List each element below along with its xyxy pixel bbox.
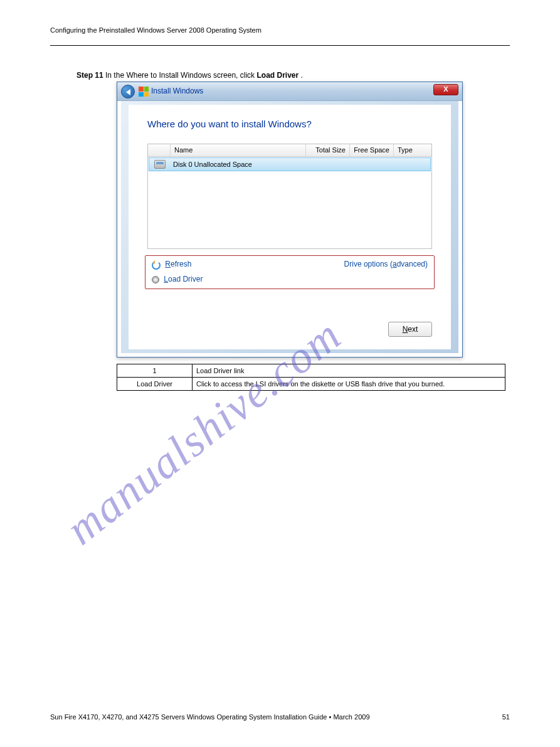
table-row[interactable]: Disk 0 Unallocated Space <box>149 157 431 171</box>
row-name: Disk 0 Unallocated Space <box>171 161 430 168</box>
refresh-icon <box>152 261 161 268</box>
header-left: Configuring the Preinstalled Windows Ser… <box>50 26 262 34</box>
cd-icon <box>152 276 159 283</box>
col-total: Total Size <box>306 144 350 156</box>
client-frame: Where do you want to install Windows? Na… <box>121 101 458 353</box>
refresh-link[interactable]: Refresh <box>152 260 191 268</box>
col-free: Free Space <box>350 144 394 156</box>
client-area: Where do you want to install Windows? Na… <box>129 105 451 349</box>
close-button[interactable]: X <box>433 84 458 95</box>
table-row: 1 Load Driver link <box>117 364 505 378</box>
col-name: Name <box>171 144 306 156</box>
windows-logo-icon <box>139 87 149 97</box>
titlebar: Install Windows X <box>117 82 462 101</box>
next-button[interactable]: Next <box>388 322 432 337</box>
disk-icon <box>149 158 171 171</box>
footer-page-number: 51 <box>502 713 510 721</box>
caption-table: 1 Load Driver link Load Driver Click to … <box>117 364 505 391</box>
step-instruction: Step 11 In the Where to Install Windows … <box>77 71 303 80</box>
footer-left: Sun Fire X4170, X4270, and X4275 Servers… <box>50 713 370 721</box>
col-icon <box>148 144 171 156</box>
step-bold: Load Driver <box>256 71 298 80</box>
caption-label-header: Load Driver link <box>193 364 505 378</box>
drive-options-text: Drive options ( <box>344 260 393 268</box>
table-header: Name Total Size Free Space Type <box>148 144 431 157</box>
caption-index-header: 1 <box>117 364 193 378</box>
load-driver-text: oad Driver <box>168 275 203 283</box>
window-title: Install Windows <box>151 87 203 95</box>
refresh-text: efresh <box>171 260 191 268</box>
step-body: In the Where to Install Windows screen, … <box>105 71 256 80</box>
drive-options-link[interactable]: Drive options (advanced) <box>344 260 428 268</box>
install-windows-dialog: Install Windows X Where do you want to i… <box>117 82 463 358</box>
next-text: ext <box>408 325 418 334</box>
load-driver-link[interactable]: Load Driver <box>152 275 203 283</box>
back-button[interactable] <box>121 85 135 98</box>
table-row: Load Driver Click to access the LSI driv… <box>117 378 505 391</box>
options-highlight-box: Refresh Load Driver Drive options (advan… <box>145 255 435 289</box>
page-footer: Sun Fire X4170, X4270, and X4275 Servers… <box>50 713 510 721</box>
header-rule <box>50 45 510 46</box>
dialog-heading: Where do you want to install Windows? <box>147 119 312 129</box>
caption-desc: Click to access the LSI drivers on the d… <box>193 378 505 391</box>
page-header: Configuring the Preinstalled Windows Ser… <box>50 26 510 34</box>
caption-index: Load Driver <box>117 378 193 391</box>
step-number: Step 11 <box>77 71 103 80</box>
step-suffix: . <box>301 71 303 80</box>
disk-table: Name Total Size Free Space Type Disk 0 U… <box>147 144 432 249</box>
col-type: Type <box>394 144 431 156</box>
